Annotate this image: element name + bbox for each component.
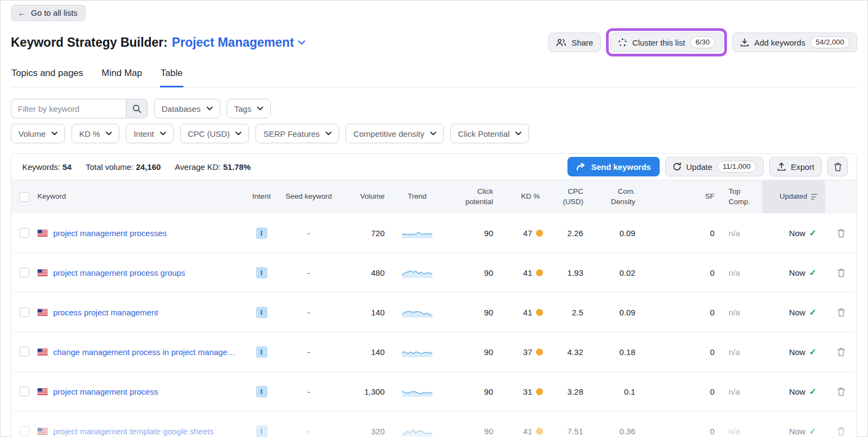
click-potential-filter-dropdown[interactable]: Click Potential (450, 124, 529, 143)
cluster-icon (618, 38, 627, 47)
intent-filter-dropdown[interactable]: Intent (126, 124, 174, 143)
intent-badge[interactable]: I (256, 426, 267, 437)
keyword-link[interactable]: change management process in project man… (53, 347, 238, 357)
check-icon: ✓ (809, 307, 816, 318)
click-potential-value: 90 (443, 308, 499, 317)
keyword-link[interactable]: process project management (53, 308, 158, 317)
delete-row-icon[interactable] (837, 387, 845, 396)
keyword-link[interactable]: project management template google sheet… (53, 427, 214, 436)
us-flag-icon (37, 428, 48, 435)
delete-row-icon[interactable] (837, 229, 845, 238)
column-header-sf[interactable]: SF (642, 192, 721, 201)
trend-sparkline (391, 346, 443, 358)
column-header-cpc[interactable]: CPC (USD) (545, 187, 590, 206)
seed-keyword-value: - (278, 268, 339, 277)
top-comp-value: n/a (721, 427, 762, 436)
row-checkbox[interactable] (20, 387, 29, 396)
serp-features-count: 0 (642, 427, 721, 436)
column-header-volume[interactable]: Volume (339, 192, 391, 201)
column-header-keyword[interactable]: Keyword (37, 192, 245, 201)
go-to-all-lists-button[interactable]: ← Go to all lists (11, 5, 86, 21)
serp-features-filter-dropdown[interactable]: SERP Features (256, 124, 339, 143)
delete-row-icon[interactable] (837, 268, 845, 277)
send-keywords-label: Send keywords (591, 162, 651, 172)
export-button[interactable]: Export (769, 157, 822, 176)
chevron-down-icon (207, 106, 213, 111)
update-button[interactable]: Update 11/1,000 (665, 157, 764, 176)
column-header-seed-keyword[interactable]: Seed keyword (278, 192, 339, 201)
export-up-arrow-icon (777, 162, 786, 171)
intent-badge[interactable]: I (256, 227, 267, 239)
volume-value: 320 (339, 427, 391, 436)
keyword-link[interactable]: project management process (53, 387, 158, 396)
row-checkbox[interactable] (20, 228, 29, 238)
cpc-filter-dropdown[interactable]: CPC (USD) (180, 124, 250, 143)
keyword-link[interactable]: project management processes (53, 229, 167, 238)
tab-topics-and-pages[interactable]: Topics and pages (11, 67, 84, 87)
tab-mind-map[interactable]: Mind Map (101, 67, 143, 87)
tags-label: Tags (234, 104, 252, 113)
serp-features-count: 0 (642, 347, 721, 357)
tags-dropdown[interactable]: Tags (227, 99, 271, 118)
filter-by-keyword-input[interactable] (11, 99, 126, 118)
keyword-strategy-builder-page: ← Go to all lists Keyword Strategy Build… (0, 0, 868, 437)
top-comp-value: n/a (721, 268, 762, 277)
updated-cell: Now ✓ (762, 347, 825, 357)
updated-value: Now (789, 347, 806, 357)
cpc-value: 2.26 (545, 229, 590, 238)
row-checkbox[interactable] (20, 426, 29, 436)
add-keywords-button[interactable]: Add keywords 54/2,000 (732, 33, 857, 52)
column-header-trend[interactable]: Trend (391, 192, 443, 201)
share-users-icon (556, 39, 566, 47)
check-icon: ✓ (809, 228, 816, 238)
intent-badge[interactable]: I (256, 307, 267, 318)
list-name-dropdown[interactable]: Project Management (172, 35, 305, 50)
click-potential-value: 90 (443, 427, 499, 436)
top-comp-value: n/a (721, 347, 762, 357)
tab-table[interactable]: Table (160, 67, 183, 87)
keyword-link[interactable]: project management process groups (53, 268, 185, 277)
row-checkbox[interactable] (20, 268, 29, 277)
share-button[interactable]: Share (548, 33, 601, 52)
intent-badge[interactable]: I (256, 346, 267, 358)
us-flag-icon (37, 309, 48, 316)
column-header-com-density[interactable]: Com. Density (590, 187, 642, 206)
delete-row-icon[interactable] (837, 347, 845, 357)
column-header-updated[interactable]: Updated (762, 180, 825, 213)
kd-filter-dropdown[interactable]: KD % (72, 124, 119, 143)
serp-features-count: 0 (642, 308, 721, 317)
cluster-this-list-button[interactable]: Cluster this list 6/30 (610, 33, 723, 52)
update-quota-badge: 11/1,000 (717, 161, 756, 173)
column-header-intent[interactable]: Intent (245, 192, 278, 201)
send-keywords-button[interactable]: Send keywords (567, 157, 660, 176)
volume-value: 140 (339, 308, 391, 317)
kd-difficulty-dot (536, 269, 543, 276)
us-flag-icon (37, 230, 48, 237)
competitive-density-filter-dropdown[interactable]: Competitive density (346, 124, 444, 143)
databases-dropdown[interactable]: Databases (154, 99, 220, 118)
chevron-down-icon (257, 106, 263, 111)
row-checkbox[interactable] (20, 307, 29, 317)
serp-features-count: 0 (642, 268, 721, 277)
table-row: project management process groups I - 48… (11, 253, 857, 293)
delete-row-icon[interactable] (837, 427, 845, 436)
intent-badge[interactable]: I (256, 267, 267, 278)
table-row: project management template google sheet… (11, 411, 857, 437)
select-all-checkbox[interactable] (20, 192, 29, 202)
volume-filter-dropdown[interactable]: Volume (11, 124, 65, 143)
row-checkbox[interactable] (20, 347, 29, 357)
column-header-kd[interactable]: KD % (499, 192, 545, 201)
volume-value: 140 (339, 347, 391, 357)
kd-difficulty-dot (536, 309, 543, 316)
intent-filter-label: Intent (133, 129, 154, 138)
search-button[interactable] (126, 99, 148, 118)
seed-keyword-value: - (278, 229, 339, 238)
intent-badge[interactable]: I (256, 386, 267, 397)
delete-list-button[interactable] (827, 157, 848, 176)
kd-value: 37 (523, 347, 532, 357)
column-header-click-potential[interactable]: Click potential (443, 187, 499, 206)
chevron-down-icon (52, 131, 58, 136)
column-header-top-comp[interactable]: Top Comp. (721, 187, 762, 206)
delete-row-icon[interactable] (837, 308, 845, 317)
page-title: Keyword Strategy Builder: Project Manage… (11, 35, 305, 50)
